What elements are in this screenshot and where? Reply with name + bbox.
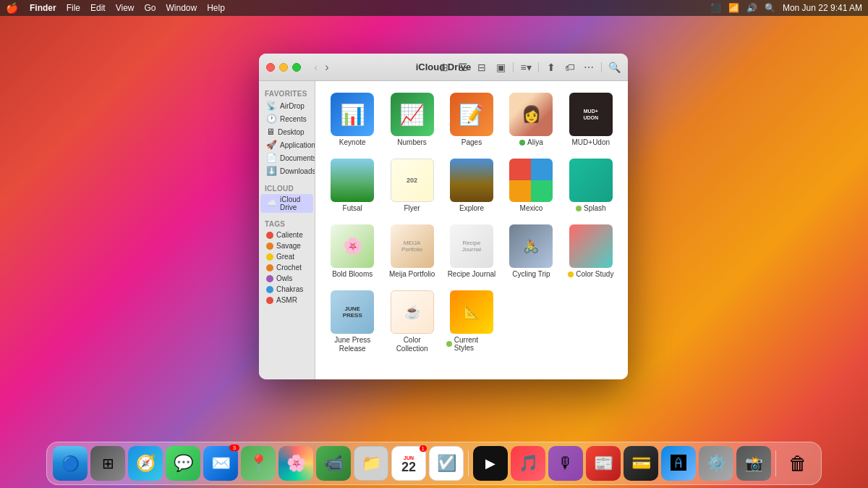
search-button[interactable]: 🔍 — [606, 59, 622, 75]
dock-trash[interactable]: 🗑 — [780, 446, 815, 481]
dock-finder[interactable]: 🔵 — [53, 446, 88, 481]
file-meija[interactable]: MEIJAPortfolio Meija Portfolio — [383, 222, 440, 282]
dock-photos[interactable]: 🌸 — [278, 446, 313, 481]
menubar-file[interactable]: File — [67, 3, 80, 13]
sidebar-item-applications-label: Applications — [280, 141, 315, 149]
sidebar-item-downloads[interactable]: ⬇️ Downloads — [260, 164, 313, 177]
dock-appstore[interactable]: 🅰 — [661, 446, 696, 481]
dock-music[interactable]: 🎵 — [511, 446, 545, 481]
recipe-name: Recipe Journal — [448, 270, 496, 279]
file-color-study[interactable]: Color Study — [563, 222, 619, 282]
owls-label: Owls — [276, 274, 292, 282]
color-study-name: Color Study — [576, 270, 613, 278]
favorites-label: Favorites — [259, 87, 315, 99]
dock: 🔵 ⊞ 🧭 💬 ✉️ 3 📍 🌸 📹 📁 JUN 22 1 — [46, 442, 822, 485]
file-cycling[interactable]: 🚴 Cycling Trip — [503, 222, 559, 282]
recipe-thumb: RecipeJournal — [450, 224, 493, 268]
sidebar-item-airdrop[interactable]: 📡 AirDrop — [260, 99, 313, 112]
explore-thumb — [450, 159, 493, 202]
back-button[interactable]: ‹ — [312, 61, 319, 74]
sidebar-tag-great[interactable]: Great — [260, 251, 313, 262]
menubar-edit[interactable]: Edit — [90, 3, 106, 13]
sidebar-item-applications[interactable]: 🚀 Applications — [260, 138, 313, 151]
aliya-dot — [519, 140, 525, 146]
dock-reminders[interactable]: ☑️ — [429, 446, 464, 481]
file-pages[interactable]: 📝 Pages — [443, 90, 500, 150]
list-view-button[interactable]: ☰ — [455, 59, 471, 75]
file-aliya[interactable]: 👩 Aliya — [503, 90, 559, 150]
volume-icon: 🔊 — [746, 3, 757, 13]
dock-news[interactable]: 📰 — [586, 446, 621, 481]
sort-button[interactable]: ≡▾ — [518, 59, 534, 75]
apple-menu[interactable]: 🍎 — [6, 2, 18, 14]
menubar-view[interactable]: View — [116, 3, 135, 13]
facetime-icon: 📹 — [324, 454, 344, 473]
window-maximize-button[interactable] — [292, 63, 301, 72]
dock-maps[interactable]: 📍 — [241, 446, 276, 481]
flyer-name: Flyer — [404, 204, 420, 213]
dock-safari[interactable]: 🧭 — [128, 446, 163, 481]
file-splash[interactable]: Splash — [563, 156, 619, 216]
file-numbers[interactable]: 📈 Numbers — [383, 90, 440, 150]
calendar-badge: 1 — [420, 445, 427, 452]
wallet-icon: 💳 — [631, 454, 651, 473]
icon-view-button[interactable]: ⊞ — [436, 59, 452, 75]
window-minimize-button[interactable] — [279, 63, 288, 72]
color-study-thumb — [569, 224, 613, 268]
gallery-view-button[interactable]: ▣ — [493, 59, 509, 75]
tag-button[interactable]: 🏷 — [562, 59, 578, 75]
sidebar-item-recents[interactable]: 🕐 Recents — [260, 112, 313, 125]
file-current-styles[interactable]: 📐 Current Styles — [443, 287, 500, 356]
window-close-button[interactable] — [266, 63, 275, 72]
sidebar-tag-asmr[interactable]: ASMR — [260, 295, 313, 306]
sidebar-item-desktop[interactable]: 🖥 Desktop — [260, 125, 313, 138]
sidebar-tag-owls[interactable]: Owls — [260, 273, 313, 284]
dock-launchpad[interactable]: ⊞ — [90, 446, 125, 481]
file-mexico[interactable]: Mexico — [503, 156, 559, 216]
finder-titlebar: ‹ › iCloud Drive ⊞ ☰ ⊟ ▣ ≡▾ ⬆ 🏷 ⋯ 🔍 — [259, 54, 628, 81]
column-view-button[interactable]: ⊟ — [474, 59, 490, 75]
file-color-collection[interactable]: ☕ Color Collection — [383, 287, 440, 356]
dock-facetime[interactable]: 📹 — [316, 446, 351, 481]
file-explore[interactable]: Explore — [443, 156, 500, 216]
icloud-drive-icon: ☁️ — [266, 198, 277, 209]
forward-button[interactable]: › — [323, 61, 330, 74]
menubar-time: Mon Jun 22 9:41 AM — [783, 3, 862, 13]
dock-messages[interactable]: 💬 — [166, 446, 200, 481]
file-june-press[interactable]: JUNEPRESS June Press Release — [324, 287, 380, 356]
dock-podcasts[interactable]: 🎙 — [548, 446, 583, 481]
search-icon[interactable]: 🔍 — [765, 3, 775, 13]
sidebar-tag-savage[interactable]: Savage — [260, 240, 313, 251]
savage-dot — [266, 243, 273, 250]
menubar-go[interactable]: Go — [145, 3, 156, 13]
dock-screenshot[interactable]: 📸 — [736, 446, 771, 481]
menubar-window[interactable]: Window — [166, 3, 197, 13]
appstore-icon: 🅰 — [671, 454, 686, 473]
share-button[interactable]: ⬆ — [543, 59, 559, 75]
file-futsal[interactable]: Futsal — [324, 156, 380, 216]
sidebar-item-documents[interactable]: 📄 Documents — [260, 151, 313, 164]
splash-name: Splash — [584, 204, 606, 212]
toolbar-separator2 — [538, 62, 539, 72]
dock-files[interactable]: 📁 — [354, 446, 388, 481]
dock-calendar[interactable]: JUN 22 1 — [391, 446, 426, 481]
menubar-help[interactable]: Help — [207, 3, 225, 13]
dock-mail[interactable]: ✉️ 3 — [203, 446, 238, 481]
file-mud-udon[interactable]: MUD+UDON MUD+Udon — [563, 90, 619, 150]
file-flyer[interactable]: 202 Flyer — [383, 156, 440, 216]
finder-content[interactable]: 📊 Keynote 📈 Numbers 📝 — [315, 81, 628, 379]
dock-syspreferences[interactable]: ⚙️ — [699, 446, 733, 481]
file-bold-blooms[interactable]: 🌸 Bold Blooms — [324, 222, 380, 282]
dock-appletv[interactable]: ▶ — [473, 446, 508, 481]
sidebar-tag-chakras[interactable]: Chakras — [260, 284, 313, 295]
file-recipe[interactable]: RecipeJournal Recipe Journal — [443, 222, 500, 282]
sidebar-tag-caliente[interactable]: Caliente — [260, 230, 313, 240]
more-button[interactable]: ⋯ — [581, 59, 597, 75]
dock-wallet[interactable]: 💳 — [624, 446, 658, 481]
finder-body: Favorites 📡 AirDrop 🕐 Recents 🖥 Desktop … — [259, 81, 628, 379]
owls-dot — [266, 275, 273, 282]
file-keynote[interactable]: 📊 Keynote — [324, 90, 380, 150]
sidebar-tag-crochet[interactable]: Crochet — [260, 262, 313, 273]
menubar-app-name[interactable]: Finder — [30, 3, 56, 13]
sidebar-item-icloud-drive[interactable]: ☁️ iCloud Drive — [260, 194, 313, 213]
